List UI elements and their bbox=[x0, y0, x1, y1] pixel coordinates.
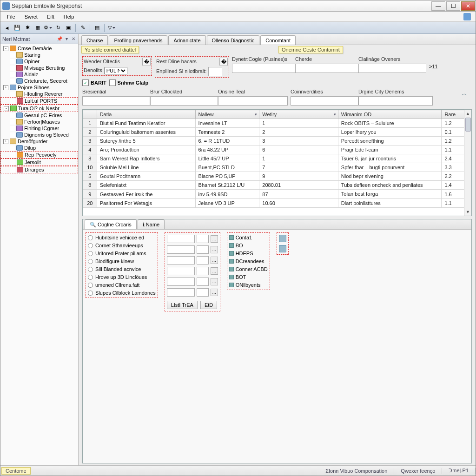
radio-icon[interactable] bbox=[88, 275, 93, 280]
grid-cell[interactable]: Porcedt sonefthing bbox=[338, 137, 442, 145]
mini-input[interactable] bbox=[167, 267, 195, 275]
mini-picker-icon[interactable]: … bbox=[211, 235, 218, 243]
dropdown-icon[interactable]: ▾ bbox=[64, 36, 69, 42]
grid-cell[interactable]: Rock OBITS – Sululure bbox=[338, 119, 442, 128]
mini-input-small[interactable] bbox=[197, 256, 209, 264]
tree-node[interactable]: -TuralOi? ok Nesbr bbox=[0, 105, 78, 112]
filter-check[interactable]: Snhnw Glalp bbox=[109, 79, 149, 86]
action-icon[interactable] bbox=[279, 245, 286, 252]
radio-icon[interactable] bbox=[88, 267, 93, 272]
scroll-thumb[interactable] bbox=[465, 118, 471, 132]
tree-expander-icon[interactable] bbox=[10, 72, 15, 77]
tree-expander-icon[interactable]: - bbox=[3, 46, 8, 51]
tree-expander-icon[interactable] bbox=[10, 167, 15, 172]
tag-item[interactable]: Conta1 bbox=[229, 235, 268, 240]
mini-button[interactable]: EtD bbox=[200, 301, 217, 309]
filter-icon[interactable]: ▽ bbox=[107, 23, 116, 33]
export-icon[interactable]: ▤ bbox=[93, 23, 102, 33]
grid-header[interactable]: Datla bbox=[97, 110, 195, 119]
data-grid[interactable]: DatlaNallew▾Wetiry▾Wimanim ODRare1Blut'a… bbox=[82, 109, 472, 216]
tree-expander-icon[interactable] bbox=[10, 79, 15, 84]
tree-expander-icon[interactable]: + bbox=[3, 139, 8, 144]
grid-cell[interactable]: 6 bbox=[259, 145, 338, 154]
grid-cell[interactable]: Diart poiniisttures bbox=[338, 199, 442, 208]
tree-node[interactable]: Mivisage Beruting bbox=[0, 65, 78, 71]
mini-picker-icon[interactable]: … bbox=[211, 257, 218, 264]
grid-cell[interactable]: Blacne PO 5,UP bbox=[195, 172, 259, 181]
grid-cell[interactable]: Bharnet St.2112 L/U bbox=[195, 181, 259, 190]
sort-icon[interactable]: ▾ bbox=[334, 112, 336, 117]
tab-profilng-gnaverhends[interactable]: Profilng gnaverhends bbox=[109, 35, 167, 45]
grid-cell[interactable]: 1 bbox=[259, 119, 338, 128]
grid-cell[interactable]: Niod bepr sivening bbox=[338, 172, 442, 181]
grid-cell[interactable]: Aro; Prondacttion bbox=[97, 145, 195, 154]
grid-cell[interactable]: Blut'al Fund Teatimn Keratior bbox=[97, 119, 195, 128]
radio-icon[interactable] bbox=[88, 283, 93, 288]
grid-cell[interactable]: Soluble Mel Lilne bbox=[97, 163, 195, 172]
table-row[interactable]: 4Aro; Prondacttion6ra 48.22 UP6Pragr Edc… bbox=[83, 145, 471, 154]
filter-input[interactable] bbox=[295, 64, 363, 73]
grid-cell[interactable]: Goutal Pocitnamn bbox=[97, 172, 195, 181]
filter-input[interactable] bbox=[358, 64, 426, 73]
tree-expander-icon[interactable] bbox=[10, 160, 15, 165]
tree-node[interactable]: Jersolit bbox=[0, 159, 78, 166]
grid-icon[interactable]: ▦ bbox=[33, 23, 42, 33]
filter-combo[interactable]: PUL NG bbox=[104, 67, 127, 74]
tree-node[interactable]: +Demöfgurder bbox=[0, 138, 78, 145]
tree-node[interactable]: Gesrul pC Edres bbox=[0, 112, 78, 119]
menu-help[interactable]: Help bbox=[59, 13, 79, 20]
tree-node[interactable]: Lult.ul PORTS bbox=[0, 97, 78, 105]
star-icon[interactable]: ✱ bbox=[23, 23, 32, 33]
mini-input-small[interactable] bbox=[197, 235, 209, 243]
action-icon[interactable] bbox=[279, 235, 286, 242]
scroll-down-icon[interactable]: ▼ bbox=[464, 208, 471, 216]
grid-cell[interactable]: 3 bbox=[259, 137, 338, 145]
tree-expander-icon[interactable] bbox=[10, 66, 15, 71]
scroll-up-icon[interactable]: ▲ bbox=[464, 110, 471, 117]
filter-lookup-icon[interactable]: � bbox=[219, 58, 228, 66]
menu-eift[interactable]: Eift bbox=[42, 13, 59, 20]
sort-icon[interactable]: ▾ bbox=[255, 112, 257, 117]
detail-tab[interactable]: 🔍 Coglne Crcaris bbox=[85, 219, 137, 229]
help-icon[interactable] bbox=[463, 13, 471, 20]
tree-node[interactable]: Dignorris og Sloved bbox=[0, 132, 78, 138]
mini-input-small[interactable] bbox=[197, 288, 209, 297]
mini-button[interactable]: LIstI TrEA bbox=[167, 301, 198, 309]
grid-header[interactable]: Nallew▾ bbox=[195, 110, 259, 119]
tree-expander-icon[interactable] bbox=[10, 113, 15, 118]
filter-input[interactable] bbox=[208, 67, 222, 76]
grid-cell[interactable]: 6ra 48.22 UP bbox=[195, 145, 259, 154]
tab-adnanictate[interactable]: Adnanictate bbox=[168, 35, 205, 45]
tree-node[interactable]: Rep Peovoely bbox=[0, 151, 78, 159]
tree-node[interactable]: Aidalz bbox=[0, 71, 78, 78]
tab-ollenso-diagnostic[interactable]: Ollenso Diagnostic bbox=[207, 35, 260, 45]
tag-item[interactable]: BOT bbox=[229, 274, 268, 280]
grid-cell[interactable]: Gestasved Fer irsık the bbox=[97, 190, 195, 199]
radio-icon[interactable] bbox=[88, 243, 93, 248]
grid-cell[interactable]: Invesnine LT bbox=[195, 119, 259, 128]
grid-cell[interactable]: Buent,PC STLD bbox=[195, 163, 259, 172]
tree-node[interactable]: Finlting ICgraer bbox=[0, 125, 78, 132]
mini-input[interactable] bbox=[167, 235, 195, 243]
mini-input[interactable] bbox=[167, 245, 195, 254]
tree-node[interactable]: Staring bbox=[0, 52, 78, 58]
grid-cell[interactable]: 9 bbox=[259, 172, 338, 181]
grid-cell[interactable]: inv 5.49.9SD bbox=[195, 190, 259, 199]
tree-node[interactable]: Ferfoor|Muaves bbox=[0, 119, 78, 125]
filter-lookup-icon[interactable]: � bbox=[142, 58, 151, 66]
radio-icon[interactable] bbox=[88, 235, 93, 240]
option-item[interactable]: Sili Bianded acnvice bbox=[88, 266, 156, 272]
tree-node[interactable]: +Pojore Sihoes bbox=[0, 84, 78, 91]
filter-input[interactable] bbox=[358, 96, 433, 106]
tree-expander-icon[interactable]: + bbox=[3, 85, 8, 90]
tree-expander-icon[interactable] bbox=[10, 53, 15, 58]
edit-icon[interactable]: ✎ bbox=[78, 23, 87, 33]
maximize-button[interactable]: ☐ bbox=[446, 1, 460, 11]
tree-expander-icon[interactable] bbox=[10, 145, 15, 151]
mini-input[interactable] bbox=[167, 256, 195, 264]
grid-cell[interactable]: Spfer fhar – bugti ponurvent bbox=[338, 163, 442, 172]
grid-cell[interactable]: Jelane VD 3 UP bbox=[195, 199, 259, 208]
minimize-button[interactable]: — bbox=[431, 1, 445, 11]
mini-picker-icon[interactable]: … bbox=[211, 289, 218, 296]
option-item[interactable]: Cornet Sthanvieeups bbox=[88, 243, 156, 248]
